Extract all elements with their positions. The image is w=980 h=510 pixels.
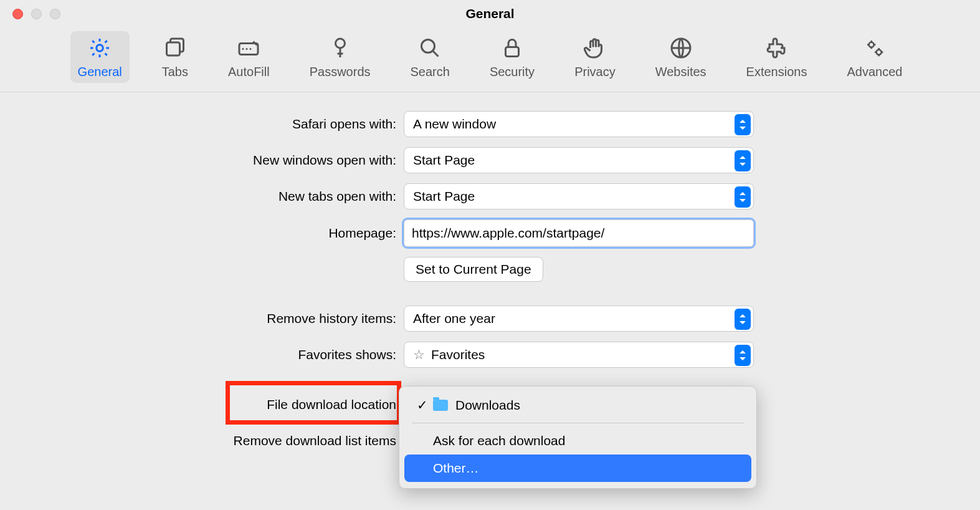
tab-label: Extensions — [746, 65, 807, 79]
select-value: Start Page — [413, 153, 475, 168]
label-opens-with: Safari opens with: — [0, 117, 404, 132]
window-title: General — [465, 6, 514, 21]
tab-privacy[interactable]: Privacy — [567, 31, 623, 83]
svg-point-3 — [242, 48, 244, 50]
svg-point-6 — [335, 39, 345, 48]
folder-icon — [433, 400, 448, 411]
input-homepage[interactable] — [404, 219, 754, 247]
tab-search[interactable]: Search — [403, 31, 457, 83]
menu-separator — [412, 423, 744, 423]
select-new-windows[interactable]: Start Page — [404, 147, 754, 173]
dropdown-icon — [735, 150, 751, 171]
globe-icon — [668, 35, 694, 61]
dropdown-icon — [735, 114, 751, 135]
tab-label: Search — [411, 65, 450, 79]
label-download-location: File download location — [0, 397, 404, 412]
svg-point-0 — [97, 45, 103, 52]
menu-item-ask[interactable]: Ask for each download — [404, 427, 751, 455]
tab-label: General — [78, 65, 122, 79]
tab-label: AutoFill — [228, 65, 270, 79]
lock-icon — [499, 35, 525, 61]
tab-extensions[interactable]: Extensions — [739, 31, 815, 83]
tab-label: Tabs — [162, 65, 188, 79]
tab-general[interactable]: General — [70, 31, 130, 83]
minimize-window-button[interactable] — [31, 9, 42, 19]
tab-autofill[interactable]: AutoFill — [221, 31, 277, 83]
tab-tabs[interactable]: Tabs — [155, 31, 196, 83]
select-value: Start Page — [413, 189, 475, 204]
zoom-window-button[interactable] — [50, 9, 60, 19]
close-window-button[interactable] — [12, 9, 23, 19]
search-icon — [417, 35, 443, 61]
download-location-menu: ✓ Downloads Ask for each download Other… — [399, 386, 757, 489]
select-opens-with[interactable]: A new window — [404, 111, 754, 137]
preferences-toolbar: General Tabs AutoFill Passwords Search S… — [0, 27, 980, 92]
menu-item-downloads[interactable]: ✓ Downloads — [404, 392, 751, 419]
dropdown-icon — [735, 309, 751, 330]
label-new-tabs: New tabs open with: — [0, 189, 404, 204]
tab-label: Security — [490, 65, 535, 79]
tab-label: Advanced — [847, 65, 902, 79]
svg-point-5 — [250, 48, 252, 50]
menu-item-label: Downloads — [455, 398, 520, 413]
select-new-tabs[interactable]: Start Page — [404, 183, 754, 209]
dropdown-icon — [735, 345, 751, 366]
tab-label: Privacy — [574, 65, 616, 79]
tab-security[interactable]: Security — [482, 31, 542, 83]
tab-passwords[interactable]: Passwords — [302, 31, 378, 83]
tab-websites[interactable]: Websites — [648, 31, 714, 83]
label-homepage: Homepage: — [0, 226, 404, 241]
puzzle-icon — [764, 35, 790, 61]
select-value: After one year — [413, 311, 495, 326]
label-favorites: Favorites shows: — [0, 347, 404, 362]
hand-icon — [582, 35, 608, 61]
svg-rect-8 — [506, 47, 519, 57]
titlebar: General — [0, 0, 980, 27]
menu-item-label: Other… — [433, 461, 479, 476]
select-value: A new window — [413, 117, 496, 132]
select-favorites[interactable]: ☆ Favorites — [404, 342, 754, 368]
svg-rect-1 — [166, 42, 179, 55]
menu-item-other[interactable]: Other… — [404, 455, 751, 482]
autofill-icon — [235, 35, 262, 61]
menu-item-label: Ask for each download — [433, 433, 565, 448]
svg-point-4 — [246, 48, 248, 50]
tab-advanced[interactable]: Advanced — [839, 31, 910, 83]
svg-point-11 — [877, 50, 882, 55]
gears-icon — [862, 35, 888, 61]
tabs-icon — [162, 35, 188, 61]
star-icon: ☆ — [413, 347, 425, 362]
select-remove-history[interactable]: After one year — [404, 306, 754, 332]
set-current-page-button[interactable]: Set to Current Page — [404, 257, 543, 282]
tab-label: Passwords — [310, 65, 371, 79]
key-icon — [327, 35, 353, 61]
gear-icon — [87, 35, 113, 61]
label-remove-downloads: Remove download list items — [0, 433, 404, 448]
tab-label: Websites — [655, 65, 706, 79]
dropdown-icon — [735, 186, 751, 208]
svg-point-10 — [869, 42, 874, 47]
svg-point-7 — [422, 40, 435, 53]
window-controls — [0, 9, 60, 19]
select-value: Favorites — [431, 347, 485, 362]
label-new-windows: New windows open with: — [0, 153, 404, 168]
label-remove-history: Remove history items: — [0, 311, 404, 326]
checkmark-icon: ✓ — [417, 398, 433, 413]
